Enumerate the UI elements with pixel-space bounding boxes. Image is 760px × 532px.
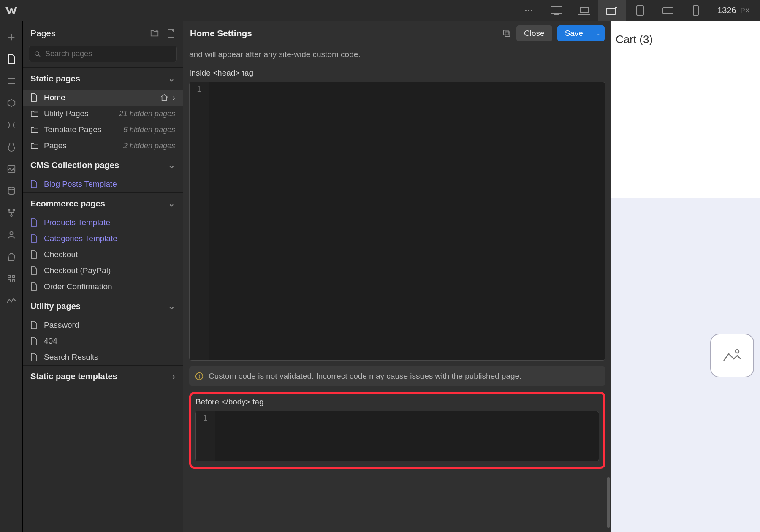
page-home-label: Home bbox=[44, 93, 65, 102]
svg-rect-5 bbox=[580, 7, 589, 13]
warning-text: Custom code is not validated. Incorrect … bbox=[209, 372, 521, 381]
svg-rect-9 bbox=[663, 8, 673, 14]
apps-icon[interactable] bbox=[0, 269, 23, 288]
landscape-phone-icon[interactable] bbox=[654, 0, 682, 21]
svg-rect-25 bbox=[12, 280, 15, 282]
cms-icon[interactable] bbox=[0, 182, 23, 200]
save-dropdown-button[interactable]: ⌄ bbox=[591, 25, 605, 41]
svg-point-30 bbox=[35, 52, 39, 55]
page-icon bbox=[30, 353, 39, 361]
copy-icon[interactable] bbox=[502, 29, 511, 38]
page-home[interactable]: Home › bbox=[23, 90, 183, 106]
page-pages-meta: 2 hidden pages bbox=[123, 141, 175, 150]
laptop-icon[interactable] bbox=[570, 0, 598, 21]
products-template-label: Products Template bbox=[44, 218, 110, 227]
page-icon bbox=[30, 266, 39, 275]
search-pages-input[interactable] bbox=[29, 46, 177, 62]
svg-rect-10 bbox=[693, 6, 698, 15]
page-search-results[interactable]: Search Results bbox=[23, 349, 183, 365]
navigator-icon[interactable] bbox=[0, 72, 23, 90]
page-order-confirmation[interactable]: Order Confirmation bbox=[23, 279, 183, 295]
svg-rect-8 bbox=[637, 6, 643, 15]
page-404[interactable]: 404 bbox=[23, 333, 183, 349]
folder-icon bbox=[30, 142, 39, 149]
checkout-label: Checkout bbox=[44, 250, 78, 259]
canvas-width-label: 1326 PX bbox=[710, 5, 760, 15]
desktop-icon[interactable] bbox=[543, 0, 570, 21]
chevron-right-icon: › bbox=[172, 372, 175, 381]
svg-point-1 bbox=[528, 10, 529, 11]
ecommerce-icon[interactable] bbox=[0, 247, 23, 266]
svg-line-31 bbox=[38, 55, 40, 57]
folder-icon bbox=[30, 126, 39, 133]
page-icon bbox=[30, 250, 39, 259]
page-pages-folder[interactable]: Pages 2 hidden pages bbox=[23, 138, 183, 154]
page-checkout[interactable]: Checkout bbox=[23, 247, 183, 263]
svg-point-17 bbox=[8, 187, 14, 190]
svg-rect-24 bbox=[8, 280, 11, 282]
order-confirmation-label: Order Confirmation bbox=[44, 282, 112, 291]
chevron-down-icon: ⌄ bbox=[168, 160, 175, 170]
static-templates-section[interactable]: Static page templates › bbox=[23, 365, 183, 387]
new-folder-icon[interactable] bbox=[150, 28, 159, 38]
page-blog-posts-template[interactable]: Blog Posts Template bbox=[23, 176, 183, 192]
cms-pages-section[interactable]: CMS Collection pages ⌄ bbox=[23, 154, 183, 176]
page-template-folder[interactable]: Template Pages 5 hidden pages bbox=[23, 122, 183, 138]
ecom-pages-label: Ecommerce pages bbox=[30, 199, 105, 209]
settings-panel: Home Settings Close Save ⌄ and will appe… bbox=[183, 21, 611, 532]
settings-title: Home Settings bbox=[190, 28, 252, 38]
static-pages-section[interactable]: Static pages ⌄ bbox=[23, 67, 183, 90]
svg-point-0 bbox=[525, 10, 527, 11]
page-template-label: Template Pages bbox=[44, 125, 101, 134]
code-warning: Custom code is not validated. Incorrect … bbox=[189, 366, 605, 386]
assets-icon[interactable] bbox=[0, 160, 23, 178]
svg-point-21 bbox=[10, 232, 13, 235]
page-categories-template[interactable]: Categories Template bbox=[23, 231, 183, 247]
head-code-editor[interactable]: 1 bbox=[189, 82, 605, 361]
custom-code-desc: and will appear after any site-wide cust… bbox=[189, 46, 605, 66]
chevron-down-icon: ⌄ bbox=[168, 198, 175, 209]
home-icon bbox=[160, 94, 168, 101]
variables-icon[interactable] bbox=[0, 116, 23, 134]
chevron-down-icon: ⌄ bbox=[168, 73, 175, 84]
app-logo[interactable] bbox=[0, 7, 23, 14]
close-button[interactable]: Close bbox=[516, 25, 552, 41]
search-pages-field[interactable] bbox=[45, 49, 171, 58]
ecom-pages-section[interactable]: Ecommerce pages ⌄ bbox=[23, 192, 183, 214]
topbar: 1326 PX bbox=[0, 0, 760, 21]
save-button[interactable]: Save bbox=[557, 25, 591, 41]
pages-panel: Pages Static pages ⌄ Home › bbox=[23, 21, 183, 532]
page-utility-folder[interactable]: Utility Pages 21 hidden pages bbox=[23, 106, 183, 122]
phone-icon[interactable] bbox=[682, 0, 710, 21]
page-icon bbox=[30, 282, 39, 291]
new-page-icon[interactable] bbox=[167, 28, 175, 38]
custom-breakpoint-icon[interactable] bbox=[598, 0, 626, 21]
add-icon[interactable] bbox=[0, 28, 23, 46]
scrollbar-thumb[interactable] bbox=[607, 477, 610, 528]
pages-icon[interactable] bbox=[0, 50, 23, 68]
page-icon bbox=[30, 93, 39, 102]
users-icon[interactable] bbox=[0, 225, 23, 244]
utility-pages-section[interactable]: Utility pages ⌄ bbox=[23, 295, 183, 317]
audit-icon[interactable] bbox=[0, 291, 23, 310]
logic-icon[interactable] bbox=[0, 204, 23, 222]
page-checkout-paypal[interactable]: Checkout (PayPal) bbox=[23, 263, 183, 279]
components-icon[interactable] bbox=[0, 94, 23, 112]
folder-icon bbox=[30, 110, 39, 117]
tablet-icon[interactable] bbox=[626, 0, 654, 21]
static-templates-label: Static page templates bbox=[30, 372, 117, 381]
body-code-highlight: Before </body> tag 1 bbox=[189, 392, 605, 469]
svg-rect-32 bbox=[505, 32, 510, 36]
more-icon[interactable] bbox=[515, 0, 543, 21]
body-code-editor[interactable]: 1 bbox=[195, 411, 599, 461]
svg-point-2 bbox=[531, 10, 532, 11]
blog-posts-label: Blog Posts Template bbox=[44, 179, 117, 189]
canvas-width-value: 1326 bbox=[717, 5, 736, 15]
preview-floating-button[interactable] bbox=[710, 334, 754, 377]
page-icon bbox=[30, 180, 39, 188]
page-products-template[interactable]: Products Template bbox=[23, 214, 183, 231]
styles-icon[interactable] bbox=[0, 138, 23, 156]
page-icon bbox=[30, 321, 39, 329]
page-password[interactable]: Password bbox=[23, 317, 183, 333]
canvas-width-unit: PX bbox=[740, 7, 750, 15]
